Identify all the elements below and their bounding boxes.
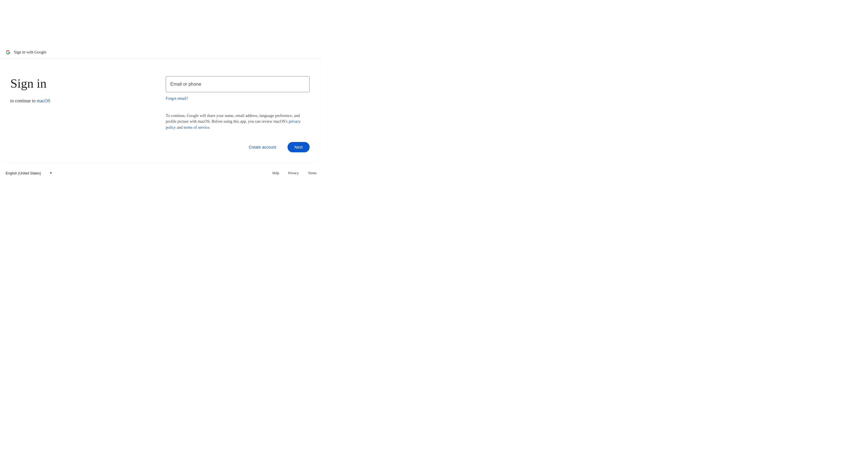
create-account-button[interactable]: Create account [245,142,279,152]
footer: English (United States) Help Privacy Ter… [0,165,320,182]
language-select[interactable]: English (United States) [3,170,54,177]
right-column: Forgot email? To continue, Google will s… [166,76,310,152]
privacy-link[interactable]: Privacy [288,171,299,175]
google-logo-icon [6,50,10,55]
caret-down-icon [50,172,52,174]
card-header: Sign in with Google [0,46,320,59]
terms-link[interactable]: Terms [308,171,316,175]
disclosure-and: and [176,125,184,129]
card-body: Sign in to continue to macOS Forgot emai… [0,59,320,163]
signin-card: Sign in with Google Sign in to continue … [0,46,320,163]
forgot-email-link[interactable]: Forgot email? [166,96,310,101]
help-link[interactable]: Help [272,171,279,175]
email-field[interactable] [166,76,310,92]
app-name-link[interactable]: macOS [37,98,50,103]
footer-links: Help Privacy Terms [272,171,316,175]
disclosure-text: To continue, Google will share your name… [166,113,310,131]
language-label: English (United States) [6,171,41,175]
signin-container: Sign in with Google Sign in to continue … [0,46,320,182]
page-heading: Sign in [10,76,154,91]
header-title: Sign in with Google [14,50,46,55]
disclosure-part1: To continue, Google will share your name… [166,114,300,123]
next-button[interactable]: Next [287,142,310,152]
subheading-prefix: to continue to [10,98,37,103]
left-column: Sign in to continue to macOS [10,76,154,152]
email-input-wrapper [166,76,310,92]
subheading: to continue to macOS [10,98,154,104]
terms-of-service-link[interactable]: terms of service [184,125,209,129]
action-row: Create account Next [166,142,310,152]
disclosure-end: . [209,125,211,129]
